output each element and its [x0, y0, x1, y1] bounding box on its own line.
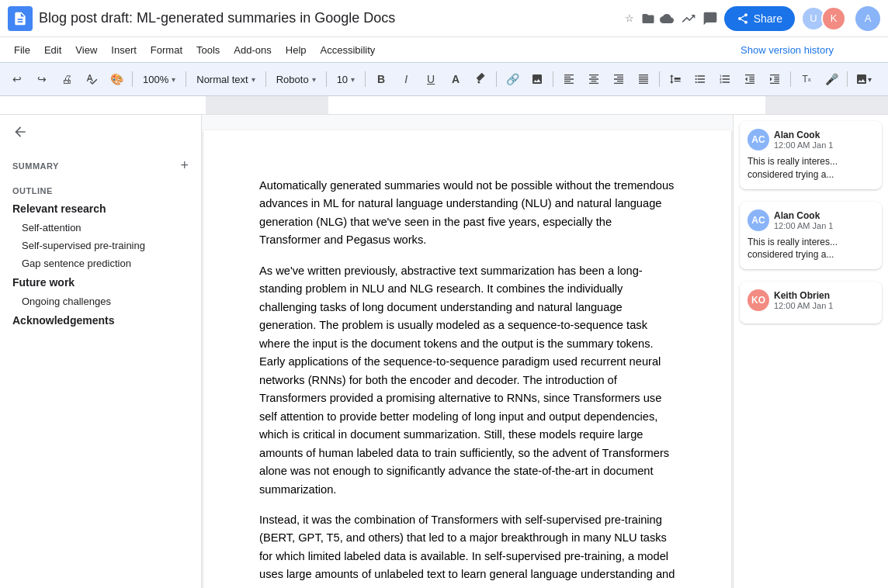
divider-6: [496, 71, 497, 87]
sidebar-back-button[interactable]: [0, 115, 201, 151]
menu-bar: File Edit View Insert Format Tools Add-o…: [0, 37, 888, 62]
comment-time-1: 12:00 AM Jan 1: [774, 140, 833, 150]
comment-card-1: AC Alan Cook 12:00 AM Jan 1 This is real…: [740, 121, 882, 189]
comment-avatar-3: KO: [748, 289, 769, 311]
redo-button[interactable]: ↪: [31, 68, 53, 90]
comment-author-2: Alan Cook: [774, 210, 833, 221]
increase-indent-button[interactable]: [764, 68, 786, 90]
align-left-button[interactable]: [558, 68, 580, 90]
underline-button[interactable]: U: [420, 68, 442, 90]
menu-edit[interactable]: Edit: [38, 41, 68, 59]
outline-heading-future-work[interactable]: Future work: [0, 272, 201, 292]
menu-view[interactable]: View: [69, 41, 103, 59]
paragraph-3: Instead, it was the combination of Trans…: [259, 511, 675, 588]
image-button[interactable]: [526, 68, 548, 90]
outline-label: OUTLINE: [0, 180, 201, 199]
ruler-inner: [206, 96, 888, 114]
paragraph-2: As we've written previously, abstractive…: [259, 262, 675, 499]
link-button[interactable]: 🔗: [501, 68, 523, 90]
clear-formatting-button[interactable]: Tx: [796, 68, 817, 90]
title-bar: Blog post draft: ML-generated summaries …: [0, 0, 888, 37]
avatar-user2: K: [821, 6, 846, 31]
bulleted-list-button[interactable]: [689, 68, 711, 90]
outline-subheading-self-attention[interactable]: Self-attention: [0, 219, 201, 237]
summary-section: SUMMARY +: [0, 151, 201, 180]
comment-header-2: AC Alan Cook 12:00 AM Jan 1: [748, 209, 874, 231]
comment-text-2: This is really interes... considered try…: [748, 236, 874, 262]
menu-addons[interactable]: Add-ons: [227, 41, 277, 59]
paint-format-button[interactable]: 🎨: [106, 68, 127, 90]
align-center-button[interactable]: [583, 68, 605, 90]
right-controls: Share U K A: [681, 6, 880, 31]
avatar-group: U K: [801, 6, 846, 31]
divider-4: [326, 71, 327, 87]
comment-time-3: 12:00 AM Jan 1: [774, 301, 833, 310]
add-summary-button[interactable]: +: [180, 157, 189, 174]
avatar-current-user[interactable]: A: [855, 6, 880, 31]
divider-2: [186, 71, 186, 87]
comment-avatar-2: AC: [748, 209, 769, 231]
menu-tools[interactable]: Tools: [190, 41, 226, 59]
doc-page[interactable]: Automatically generated summaries would …: [203, 130, 731, 588]
comments-panel: AC Alan Cook 12:00 AM Jan 1 This is real…: [733, 115, 888, 588]
ruler: [0, 96, 888, 115]
spellcheck-button[interactable]: [81, 68, 102, 90]
menu-accessibility[interactable]: Accessibility: [314, 41, 382, 59]
outline-subheading-ongoing-challenges[interactable]: Ongoing challenges: [0, 292, 201, 310]
voice-typing-button[interactable]: 🎤: [820, 68, 842, 90]
outline-subheading-self-supervised[interactable]: Self-supervised pre-training: [0, 237, 201, 254]
image-settings-button[interactable]: ▾: [852, 68, 874, 90]
trending-icon[interactable]: [681, 11, 696, 26]
zoom-select[interactable]: 100% ▾: [137, 68, 181, 90]
share-button[interactable]: Share: [724, 6, 795, 31]
comment-time-2: 12:00 AM Jan 1: [774, 221, 833, 230]
outline-subheading-gap-sentence[interactable]: Gap sentence prediction: [0, 254, 201, 272]
italic-button[interactable]: I: [395, 68, 417, 90]
version-history-link[interactable]: Show version history: [741, 44, 834, 56]
divider-1: [132, 71, 133, 87]
divider-7: [553, 71, 553, 87]
comment-text-1: This is really interes... considered try…: [748, 155, 874, 182]
cloud-icon[interactable]: [659, 11, 675, 26]
comment-author-1: Alan Cook: [774, 130, 833, 140]
folder-icon[interactable]: [640, 11, 656, 26]
decrease-indent-button[interactable]: [739, 68, 761, 90]
undo-button[interactable]: ↩: [6, 68, 28, 90]
summary-label: SUMMARY: [12, 161, 59, 171]
comment-icon[interactable]: [702, 11, 718, 26]
toolbar: ↩ ↪ 🖨 🎨 100% ▾ Normal text ▾ Roboto ▾ 10…: [0, 62, 888, 96]
divider-10: [847, 71, 848, 87]
divider-3: [265, 71, 266, 87]
divider-5: [365, 71, 366, 87]
comment-avatar-1: AC: [748, 129, 769, 150]
highlight-button[interactable]: [470, 68, 491, 90]
text-style-select[interactable]: Normal text ▾: [191, 68, 260, 90]
menu-help[interactable]: Help: [279, 41, 313, 59]
outline-heading-relevant-research[interactable]: Relevant research: [0, 199, 201, 219]
divider-9: [790, 71, 791, 87]
bold-button[interactable]: B: [370, 68, 392, 90]
font-select[interactable]: Roboto ▾: [271, 68, 321, 90]
menu-format[interactable]: Format: [144, 41, 189, 59]
align-justify-button[interactable]: [633, 68, 654, 90]
comment-header-1: AC Alan Cook 12:00 AM Jan 1: [748, 129, 874, 150]
star-icon[interactable]: ☆: [622, 11, 637, 26]
title-icons: ☆: [622, 11, 675, 26]
print-button[interactable]: 🖨: [56, 68, 78, 90]
paragraph-1: Automatically generated summaries would …: [259, 177, 675, 250]
doc-area[interactable]: Automatically generated summaries would …: [202, 115, 733, 588]
line-spacing-button[interactable]: [664, 68, 686, 90]
font-size-select[interactable]: 10 ▾: [331, 68, 360, 90]
numbered-list-button[interactable]: [714, 68, 736, 90]
app-icon: [8, 6, 33, 31]
menu-file[interactable]: File: [8, 41, 36, 59]
comment-header-3: KO Keith Obrien 12:00 AM Jan 1: [748, 289, 874, 311]
doc-title[interactable]: Blog post draft: ML-generated summaries …: [39, 10, 616, 26]
outline-heading-acknowledgements[interactable]: Acknowledgements: [0, 310, 201, 330]
main-layout: SUMMARY + OUTLINE Relevant research Self…: [0, 115, 888, 588]
comment-card-2: AC Alan Cook 12:00 AM Jan 1 This is real…: [740, 202, 882, 270]
text-color-button[interactable]: A: [445, 68, 467, 90]
align-right-button[interactable]: [608, 68, 630, 90]
comment-card-3: KO Keith Obrien 12:00 AM Jan 1: [740, 282, 882, 323]
menu-insert[interactable]: Insert: [105, 41, 143, 59]
